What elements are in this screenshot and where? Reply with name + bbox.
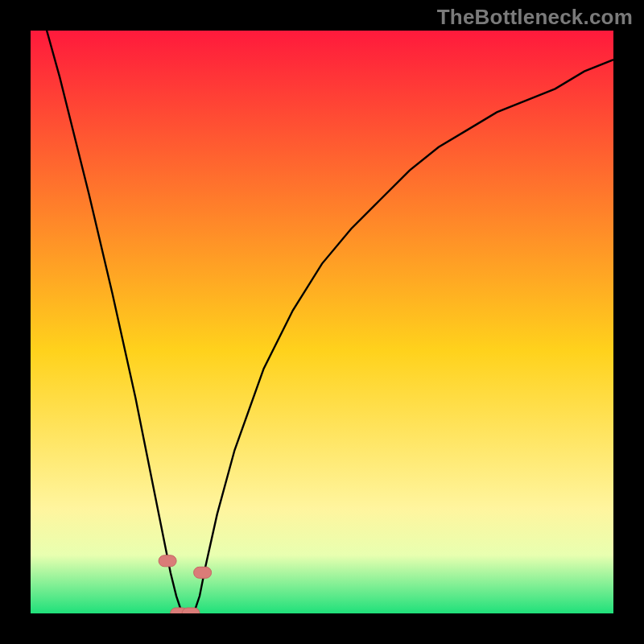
curve-marker [182,608,200,613]
curve-marker [159,555,176,567]
curve-marker [194,567,212,578]
chart-frame: TheBottleneck.com [0,0,644,644]
plot-area [31,31,613,613]
plot-svg [31,31,613,613]
watermark-text: TheBottleneck.com [437,5,633,30]
